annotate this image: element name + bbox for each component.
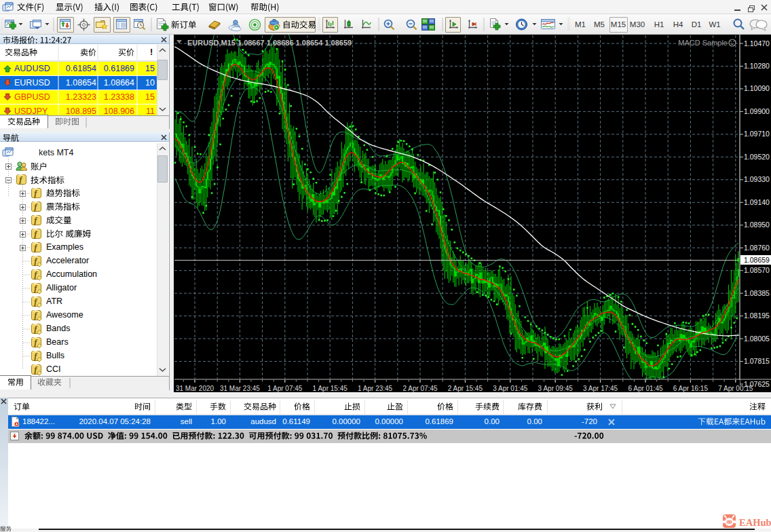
svg-text:31 Mar 23:45: 31 Mar 23:45 [220,385,260,392]
svg-text:1 Apr 07:45: 1 Apr 07:45 [267,385,303,392]
svg-text:1.09330: 1.09330 [744,175,770,183]
svg-text:6 Apr 01:45: 6 Apr 01:45 [628,385,663,392]
svg-text:1.10470: 1.10470 [744,39,770,48]
svg-text:1.09710: 1.09710 [744,130,770,138]
svg-text:1.08950: 1.08950 [744,221,770,229]
svg-text:1.08385: 1.08385 [744,289,770,297]
svg-text:MACD Sample: MACD Sample [678,39,728,47]
svg-text:EURUSD,M15 1.08667 1.08686 1.0: EURUSD,M15 1.08667 1.08686 1.08654 1.086… [187,39,352,47]
svg-text:1 Apr 23:45: 1 Apr 23:45 [358,385,393,392]
svg-text:2 Apr 15:45: 2 Apr 15:45 [448,385,483,392]
svg-text:6 Apr 16:15: 6 Apr 16:15 [673,385,709,392]
svg-text:1.10280: 1.10280 [744,62,770,70]
svg-text:1.09140: 1.09140 [744,198,770,206]
svg-text:1.07815: 1.07815 [744,357,770,365]
svg-text:1.09900: 1.09900 [744,107,770,115]
svg-text:1.08570: 1.08570 [744,266,770,274]
svg-text:1.08005: 1.08005 [744,335,770,343]
svg-text:1.08659: 1.08659 [744,256,770,264]
svg-text:31 Mar 2020: 31 Mar 2020 [176,385,214,392]
svg-text:3 Apr 01:45: 3 Apr 01:45 [493,385,528,392]
svg-text:7 Apr 00:15: 7 Apr 00:15 [718,385,753,392]
svg-text:1.09520: 1.09520 [744,153,770,161]
svg-text:1.08195: 1.08195 [744,311,770,320]
svg-text:3 Apr 09:45: 3 Apr 09:45 [538,385,573,392]
svg-text:1.10090: 1.10090 [744,84,770,92]
svg-text:1 Apr 15:45: 1 Apr 15:45 [313,385,348,392]
svg-text:3 Apr 17:45: 3 Apr 17:45 [583,385,618,392]
svg-text:2 Apr 07:45: 2 Apr 07:45 [402,385,438,392]
svg-text:1.08760: 1.08760 [744,244,770,252]
